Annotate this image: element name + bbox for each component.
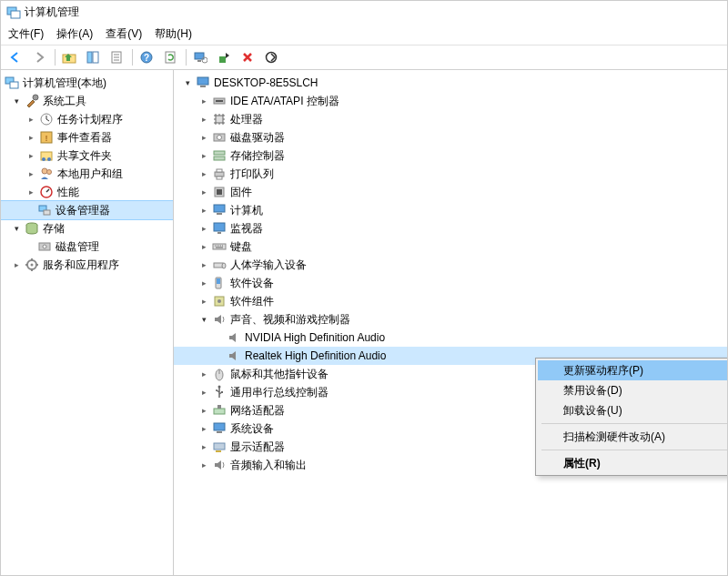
tree-root[interactable]: 计算机管理(本地) xyxy=(1,74,173,92)
expander-icon[interactable]: ▸ xyxy=(197,240,210,253)
up-level-button[interactable] xyxy=(58,47,80,67)
software-component-icon xyxy=(212,294,227,308)
ctx-disable-device[interactable]: 禁用设备(D) xyxy=(538,380,727,400)
menu-file[interactable]: 文件(F) xyxy=(8,26,44,42)
disk-drive-icon xyxy=(212,130,227,145)
device-nvidia-audio[interactable]: NVIDIA High Definition Audio xyxy=(174,328,727,347)
expander-icon[interactable]: ▾ xyxy=(10,222,23,235)
expander-icon[interactable]: ▸ xyxy=(197,149,210,162)
expander-icon[interactable]: ▸ xyxy=(197,204,210,217)
device-label: 软件设备 xyxy=(230,276,274,291)
expander-icon[interactable]: ▸ xyxy=(25,186,37,198)
device-label: 监视器 xyxy=(230,221,263,237)
svg-rect-54 xyxy=(213,244,226,249)
tree-local-users[interactable]: ▸ 本地用户和组 xyxy=(1,165,173,183)
users-icon xyxy=(39,167,54,181)
ctx-scan-hardware[interactable]: 扫描检测硬件改动(A) xyxy=(538,427,727,447)
expander-icon[interactable]: ▸ xyxy=(197,222,210,235)
tree-services-apps[interactable]: ▸ 服务和应用程序 xyxy=(1,256,173,274)
toolbar-separator xyxy=(55,49,56,66)
expander-icon[interactable]: ▸ xyxy=(197,113,210,126)
ctx-properties[interactable]: 属性(R) xyxy=(538,453,727,473)
expander-icon[interactable]: ▸ xyxy=(25,167,37,180)
tree-label: 任务计划程序 xyxy=(57,112,123,127)
device-label: DESKTOP-8E5SLCH xyxy=(214,76,318,89)
tree-task-scheduler[interactable]: ▸ 任务计划程序 xyxy=(1,110,173,128)
expander-icon[interactable]: ▸ xyxy=(197,95,210,107)
expander-icon[interactable]: ▸ xyxy=(197,295,210,308)
back-button[interactable] xyxy=(5,47,26,67)
category-print-queues[interactable]: ▸打印队列 xyxy=(174,165,727,183)
device-label: 打印队列 xyxy=(230,167,274,182)
expander-icon[interactable]: ▸ xyxy=(10,258,23,271)
category-storage-controllers[interactable]: ▸存储控制器 xyxy=(174,147,727,165)
svg-rect-4 xyxy=(93,52,98,63)
tools-icon xyxy=(25,94,39,108)
category-firmware[interactable]: ▸固件 xyxy=(174,183,727,201)
category-software-components[interactable]: ▸软件组件 xyxy=(174,292,727,310)
category-hid[interactable]: ▸人体学输入设备 xyxy=(174,256,727,274)
update-driver-button[interactable] xyxy=(213,47,235,67)
svg-rect-30 xyxy=(44,210,50,215)
tree-label: 设备管理器 xyxy=(56,203,110,218)
expander-icon[interactable]: ▸ xyxy=(197,131,210,144)
category-ide[interactable]: ▸IDE ATA/ATAPI 控制器 xyxy=(174,92,727,110)
display-adapter-icon xyxy=(212,440,227,454)
category-sound[interactable]: ▾声音、视频和游戏控制器 xyxy=(174,310,727,328)
svg-point-14 xyxy=(202,57,207,63)
category-computer[interactable]: ▸计算机 xyxy=(174,201,727,219)
svg-rect-65 xyxy=(221,391,223,393)
menu-help[interactable]: 帮助(H) xyxy=(155,26,192,42)
category-keyboards[interactable]: ▸键盘 xyxy=(174,237,727,256)
tree-storage[interactable]: ▾ 存储 xyxy=(1,219,173,237)
show-hide-button[interactable] xyxy=(82,47,104,67)
expander-icon[interactable]: ▸ xyxy=(197,459,210,471)
forward-button[interactable] xyxy=(28,47,50,67)
expander-icon[interactable]: ▾ xyxy=(181,76,194,89)
category-monitors[interactable]: ▸监视器 xyxy=(174,219,727,237)
ctx-uninstall-device[interactable]: 卸载设备(U) xyxy=(538,400,727,420)
ctx-separator xyxy=(541,450,727,450)
tree-disk-management[interactable]: 磁盘管理 xyxy=(1,237,173,256)
expander-icon[interactable]: ▸ xyxy=(25,149,37,162)
expander-icon[interactable]: ▸ xyxy=(197,440,210,453)
expander-icon[interactable]: ▸ xyxy=(197,186,210,198)
svg-rect-44 xyxy=(214,157,225,160)
svg-rect-37 xyxy=(200,86,206,87)
expander-icon[interactable]: ▸ xyxy=(197,277,210,289)
tree-device-manager[interactable]: 设备管理器 xyxy=(1,201,173,219)
help-button[interactable]: ? xyxy=(136,47,157,67)
ctx-update-driver[interactable]: 更新驱动程序(P) xyxy=(538,360,727,380)
tree-system-tools[interactable]: ▾ 系统工具 xyxy=(1,92,173,110)
expander-icon[interactable]: ▸ xyxy=(25,113,37,126)
expander-icon[interactable]: ▸ xyxy=(197,404,210,417)
uninstall-button[interactable] xyxy=(237,47,258,67)
expander-icon[interactable]: ▸ xyxy=(197,167,210,180)
computer-icon xyxy=(196,76,210,90)
properties-button[interactable] xyxy=(106,47,127,67)
expander-icon[interactable]: ▾ xyxy=(197,313,210,326)
expander-icon[interactable]: ▸ xyxy=(197,386,210,399)
expander-icon[interactable]: ▸ xyxy=(197,368,210,380)
network-icon xyxy=(212,403,227,418)
tree-shared-folders[interactable]: ▸ 共享文件夹 xyxy=(1,147,173,165)
expander-icon[interactable]: ▸ xyxy=(197,258,210,271)
category-disk-drives[interactable]: ▸磁盘驱动器 xyxy=(174,128,727,147)
device-label: Realtek High Definition Audio xyxy=(245,349,386,362)
category-processors[interactable]: ▸处理器 xyxy=(174,110,727,128)
menu-view[interactable]: 查看(V) xyxy=(106,26,142,42)
disable-button[interactable] xyxy=(260,47,282,67)
svg-rect-1 xyxy=(11,11,20,18)
category-software-devices[interactable]: ▸软件设备 xyxy=(174,274,727,292)
expander-icon[interactable]: ▸ xyxy=(25,131,37,144)
expander-icon[interactable]: ▾ xyxy=(10,95,23,107)
ctx-label: 扫描检测硬件改动(A) xyxy=(563,429,665,445)
tree-performance[interactable]: ▸ 性能 xyxy=(1,183,173,201)
menu-action[interactable]: 操作(A) xyxy=(56,26,93,42)
svg-rect-3 xyxy=(87,52,92,63)
expander-icon[interactable]: ▸ xyxy=(197,422,210,435)
scan-hardware-button[interactable] xyxy=(189,47,211,67)
device-root[interactable]: ▾ DESKTOP-8E5SLCH xyxy=(174,74,727,92)
tree-event-viewer[interactable]: ▸ ! 事件查看器 xyxy=(1,128,173,147)
refresh-button[interactable] xyxy=(159,47,181,67)
